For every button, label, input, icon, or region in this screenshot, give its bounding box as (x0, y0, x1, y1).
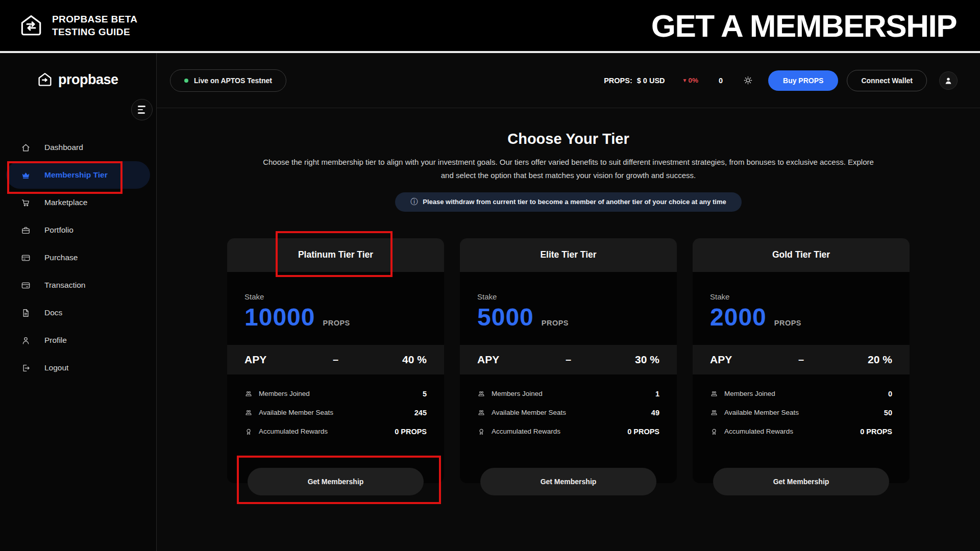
main-area: Live on APTOS Testnet PROPS: $ 0 USD ▼ 0… (157, 53, 980, 551)
person-icon (20, 336, 31, 345)
guide-brand-line2: TESTING GUIDE (52, 26, 137, 38)
sidebar-item-portfolio[interactable]: Portfolio (0, 216, 156, 244)
price-change-value: 0% (688, 77, 698, 84)
stat-label: Accumulated Rewards (724, 428, 793, 435)
stat-label: Available Member Seats (259, 409, 333, 416)
collapse-line-icon (138, 106, 145, 107)
stake-unit: PROPS (323, 319, 350, 330)
sun-icon (743, 76, 753, 85)
sidebar-item-label: Portfolio (44, 226, 74, 235)
top-banner: PROPBASE BETA TESTING GUIDE GET A MEMBER… (0, 0, 980, 51)
credit-card-icon (20, 253, 31, 263)
guide-brand: PROPBASE BETA TESTING GUIDE (18, 13, 137, 38)
sidebar-item-docs[interactable]: Docs (0, 299, 156, 327)
apy-separator: – (305, 354, 366, 365)
stat-value: 0 PROPS (627, 428, 659, 436)
tier-content: Choose Your Tier Choose the right member… (157, 108, 980, 551)
tier-card-platinum: Platinum Tier Tier Stake 10000 PROPS APY… (227, 238, 444, 483)
stat-value: 5 (423, 390, 427, 398)
tier-card-gold: Gold Tier Tier Stake 2000 PROPS APY – (693, 238, 910, 483)
props-price: PROPS: $ 0 USD (604, 77, 665, 85)
guide-brand-line1: PROPBASE BETA (52, 13, 137, 26)
app-header: Live on APTOS Testnet PROPS: $ 0 USD ▼ 0… (157, 53, 980, 108)
stake-label: Stake (244, 292, 427, 301)
sidebar-item-purchase[interactable]: Purchase (0, 244, 156, 271)
apy-label: APY (244, 354, 305, 366)
buy-props-button[interactable]: Buy PROPS (768, 70, 838, 91)
stake-unit: PROPS (774, 319, 801, 330)
sidebar-item-transaction[interactable]: Transaction (0, 271, 156, 299)
live-dot-icon (184, 79, 188, 83)
medal-icon (710, 428, 718, 436)
stat-value: 245 (414, 409, 427, 417)
stat-available-seats: Available Member Seats 245 (244, 409, 427, 417)
stat-accumulated-rewards: Accumulated Rewards 0 PROPS (710, 428, 892, 436)
wallet-balance: 0 (719, 77, 723, 85)
avatar[interactable] (939, 71, 958, 90)
get-membership-button-gold[interactable]: Get Membership (713, 468, 889, 495)
tier-card-elite: Elite Tier Tier Stake 5000 PROPS APY – (460, 238, 677, 483)
down-triangle-icon: ▼ (682, 78, 688, 83)
sidebar-item-label: Docs (44, 308, 62, 317)
propbase-house-icon (37, 71, 53, 88)
apy-row: APY – 30 % (460, 345, 677, 374)
sidebar-item-label: Dashboard (44, 143, 83, 152)
members-group-icon (244, 409, 253, 417)
cart-icon (20, 198, 31, 208)
medal-icon (477, 428, 485, 436)
sidebar-item-dashboard[interactable]: Dashboard (0, 134, 156, 161)
sidebar-item-membership-tier[interactable]: Membership Tier (6, 161, 150, 189)
sidebar-item-profile[interactable]: Profile (0, 327, 156, 354)
withdraw-notice: ⓘ Please withdraw from current tier to b… (395, 192, 742, 212)
stat-label: Members Joined (492, 390, 543, 397)
sidebar-item-label: Profile (44, 336, 67, 345)
get-membership-button-elite[interactable]: Get Membership (480, 468, 656, 495)
stake-amount: 10000 (244, 305, 315, 330)
stat-label: Available Member Seats (724, 409, 799, 416)
stat-label: Accumulated Rewards (492, 428, 560, 435)
members-group-icon (477, 390, 485, 398)
network-status-label: Live on APTOS Testnet (194, 77, 272, 85)
members-group-icon (710, 390, 718, 398)
sidebar-item-label: Logout (44, 363, 68, 372)
stake-unit: PROPS (542, 319, 569, 330)
stat-label: Accumulated Rewards (259, 428, 328, 435)
stat-label: Members Joined (259, 390, 310, 397)
members-group-icon (710, 409, 718, 417)
sidebar-item-marketplace[interactable]: Marketplace (0, 189, 156, 216)
props-price-value: $ 0 USD (637, 77, 665, 85)
logout-icon (20, 363, 31, 373)
stat-value: 0 PROPS (395, 428, 427, 436)
stat-value: 0 (888, 390, 892, 398)
price-change: ▼ 0% (682, 77, 698, 84)
stat-accumulated-rewards: Accumulated Rewards 0 PROPS (477, 428, 659, 436)
medal-icon (244, 428, 253, 436)
info-icon: ⓘ (410, 197, 418, 207)
connect-wallet-button[interactable]: Connect Wallet (847, 70, 927, 91)
apy-row: APY – 20 % (693, 345, 910, 374)
sidebar-item-label: Marketplace (44, 198, 87, 207)
stat-members-joined: Members Joined 5 (244, 390, 427, 398)
tier-name: Platinum Tier Tier (227, 238, 444, 272)
apy-value: 40 % (366, 354, 427, 366)
apy-label: APY (477, 354, 537, 366)
sidebar-item-logout[interactable]: Logout (0, 354, 156, 382)
house-swap-logo-icon (18, 13, 44, 38)
page-title: Choose Your Tier (157, 131, 980, 147)
sidebar-item-label: Purchase (44, 253, 78, 262)
page-banner-title: GET A MEMBERSHIP (651, 8, 957, 44)
stat-available-seats: Available Member Seats 49 (477, 409, 659, 417)
propbase-wordmark: propbase (58, 72, 118, 88)
propbase-logo[interactable]: propbase (0, 53, 156, 88)
stat-available-seats: Available Member Seats 50 (710, 409, 892, 417)
apy-value: 20 % (832, 354, 892, 366)
theme-toggle-button[interactable] (743, 76, 753, 85)
transaction-card-icon (20, 281, 31, 290)
sidebar-collapse-button[interactable] (131, 99, 153, 120)
members-group-icon (477, 409, 485, 417)
stat-label: Available Member Seats (492, 409, 566, 416)
get-membership-button-platinum[interactable]: Get Membership (248, 468, 424, 495)
tier-card-body: Stake 10000 PROPS APY – 40 % (227, 272, 444, 483)
briefcase-icon (20, 226, 31, 235)
stat-members-joined: Members Joined 0 (710, 390, 892, 398)
